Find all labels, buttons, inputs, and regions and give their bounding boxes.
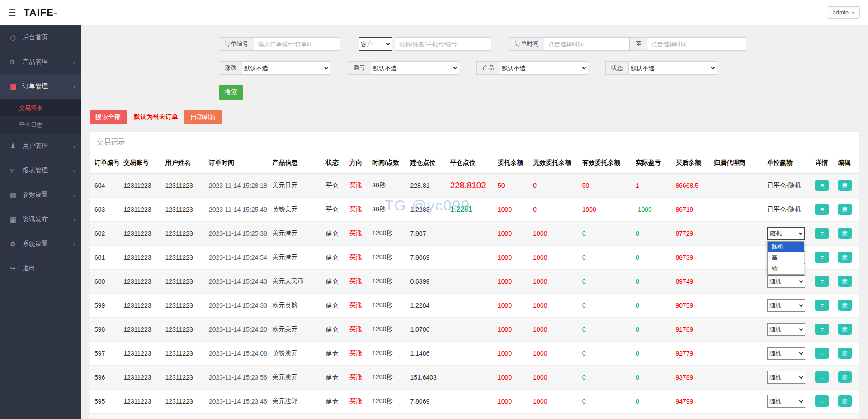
cell-invalid-entrust: 1000 xyxy=(528,269,577,293)
end-time-input[interactable] xyxy=(647,37,746,51)
cell-status: 建仓 xyxy=(321,389,345,413)
sidebar-item-products[interactable]: ฿ 产品管理 › xyxy=(0,50,81,74)
edit-button[interactable]: ▦ xyxy=(838,324,852,335)
cell-close-point xyxy=(446,245,493,269)
sidebar-item-dashboard[interactable]: ◷ 后台首页 xyxy=(0,25,81,50)
updown-select[interactable]: 默认不选 xyxy=(242,61,330,75)
win-control-select[interactable]: 随机赢输 xyxy=(767,227,805,240)
order-no-input[interactable] xyxy=(254,37,340,51)
edit-button[interactable]: ▦ xyxy=(838,204,852,215)
cell-period: 1200秒 xyxy=(368,317,406,341)
detail-button[interactable]: ≡ xyxy=(815,276,829,287)
sidebar-item-users[interactable]: ♟ 用户管理 › xyxy=(0,134,81,158)
cell-agent xyxy=(709,341,763,365)
sidebar-item-label: 用户管理 xyxy=(23,142,73,150)
edit-button[interactable]: ▦ xyxy=(838,371,852,383)
detail-button[interactable]: ≡ xyxy=(815,228,829,239)
edit-button[interactable]: ▦ xyxy=(838,348,852,359)
cell-open-point: 1.2284 xyxy=(406,293,445,317)
cell-direction: 买涨 xyxy=(345,245,368,269)
cell-trade-account: 12311223 xyxy=(119,221,160,245)
win-control-select[interactable]: 随机赢输 xyxy=(767,395,805,408)
cell-status: 平仓 xyxy=(321,197,345,221)
win-control-select[interactable]: 随机赢输 xyxy=(767,371,805,384)
detail-button[interactable]: ≡ xyxy=(815,252,829,263)
submenu-item-trade-flow[interactable]: 交易流水 xyxy=(0,100,81,116)
win-control-select[interactable]: 随机赢输 xyxy=(767,275,805,288)
auto-refresh-button[interactable]: 自动刷新 xyxy=(184,110,222,124)
cell-agent xyxy=(709,173,763,197)
cell-agent xyxy=(709,413,763,419)
cell-order-time: 2023-11-14 15:24:33 xyxy=(204,293,268,317)
cell-open-point: 1.0706 xyxy=(406,317,445,341)
cell-valid-entrust: 0 xyxy=(578,245,631,269)
dropdown-option[interactable]: 赢 xyxy=(768,252,804,263)
cell-agent xyxy=(709,389,763,413)
sidebar-item-system-settings[interactable]: ⚙ 系统设置 › xyxy=(0,232,81,256)
cell-edit: ▦ xyxy=(834,389,859,413)
cell-product: 美元日元 xyxy=(268,173,321,197)
detail-button[interactable]: ≡ xyxy=(815,204,829,215)
cell-order-time: 2023-11-14 15:24:43 xyxy=(204,269,268,293)
status-select[interactable]: 默认不选 xyxy=(628,61,717,75)
cell-balance-after: 86719 xyxy=(671,197,709,221)
edit-button[interactable]: ▦ xyxy=(838,395,852,407)
edit-button[interactable]: ▦ xyxy=(838,300,852,311)
edit-button[interactable]: ▦ xyxy=(838,180,852,191)
cell-profit: 0 xyxy=(631,317,671,341)
sidebar-item-news[interactable]: ▣ 资讯发布 › xyxy=(0,207,81,232)
dropdown-option[interactable]: 随机 xyxy=(768,242,804,252)
product-select[interactable]: 默认不选 xyxy=(500,61,588,75)
product-label: 产品 xyxy=(476,61,500,75)
detail-button[interactable]: ≡ xyxy=(815,348,829,359)
table-row: 59612311223123112232023-11-14 15:23:56美元… xyxy=(90,365,859,389)
customer-keyword-input[interactable] xyxy=(395,37,491,51)
admin-user-menu[interactable]: admin ▾ xyxy=(827,6,860,19)
cell-user-name: 12311223 xyxy=(161,197,204,221)
cell-valid-entrust: 0 xyxy=(578,389,631,413)
cell-direction: 买涨 xyxy=(345,365,368,389)
win-control-select[interactable]: 随机赢输 xyxy=(767,299,805,312)
gear-icon: ⚙ xyxy=(10,240,21,248)
cell-user-name: 12311223 xyxy=(161,221,204,245)
table-row: 59812311223123112232023-11-14 15:24:20欧元… xyxy=(90,317,859,341)
cell-period: 1200秒 xyxy=(368,341,406,365)
product-icon: ฿ xyxy=(10,58,21,66)
cell-open-point: 0.6399 xyxy=(406,269,445,293)
cell-entrust-balance: 1000 xyxy=(493,221,528,245)
sidebar-item-orders[interactable]: ▤ 订单管理 › xyxy=(0,74,81,99)
order-no-label: 订单编号 xyxy=(219,37,254,51)
cell-win-control: 随机赢输 xyxy=(763,293,811,317)
cell-valid-entrust: 0 xyxy=(578,221,631,245)
detail-button[interactable]: ≡ xyxy=(815,324,829,335)
detail-button[interactable]: ≡ xyxy=(815,371,829,383)
order-time-label: 订单时间 xyxy=(509,37,544,51)
edit-button[interactable]: ▦ xyxy=(838,228,852,239)
cell-order-time: 2023-11-14 15:23:46 xyxy=(204,389,268,413)
cell-balance-after: 88739 xyxy=(671,245,709,269)
sidebar-item-logout[interactable]: ↪ 退出 xyxy=(0,256,81,281)
edit-button[interactable]: ▦ xyxy=(838,276,852,287)
profit-select[interactable]: 默认不选 xyxy=(371,61,459,75)
sidebar: ◷ 后台首页 ฿ 产品管理 › ▤ 订单管理 › 交易流水 平仓日志 ♟ 用户管… xyxy=(0,25,81,419)
sidebar-item-reports[interactable]: ¥ 报表管理 › xyxy=(0,158,81,183)
sidebar-item-label: 退出 xyxy=(23,264,75,272)
cell-balance-after: 94799 xyxy=(671,389,709,413)
start-time-input[interactable] xyxy=(544,37,630,51)
table-row: 60312311223123112232023-11-14 15:25:49英镑… xyxy=(90,197,859,221)
detail-button[interactable]: ≡ xyxy=(815,180,829,191)
submenu-item-close-log[interactable]: 平仓日志 xyxy=(0,116,81,133)
edit-button[interactable]: ▦ xyxy=(838,252,852,263)
search-all-button[interactable]: 搜索全部 xyxy=(90,110,127,124)
cell-status: 建仓 xyxy=(321,269,345,293)
cell-status: 建仓 xyxy=(321,293,345,317)
win-control-select[interactable]: 随机赢输 xyxy=(767,347,805,360)
sidebar-item-parameters[interactable]: ▥ 参数设置 › xyxy=(0,183,81,207)
search-button[interactable]: 搜索 xyxy=(219,85,243,100)
dropdown-option[interactable]: 输 xyxy=(768,263,804,274)
win-control-select[interactable]: 随机赢输 xyxy=(767,323,805,336)
customer-type-select[interactable]: 客户 xyxy=(359,37,392,51)
detail-button[interactable]: ≡ xyxy=(815,300,829,311)
hamburger-menu-icon[interactable]: ☰ xyxy=(8,7,16,18)
detail-button[interactable]: ≡ xyxy=(815,395,829,407)
